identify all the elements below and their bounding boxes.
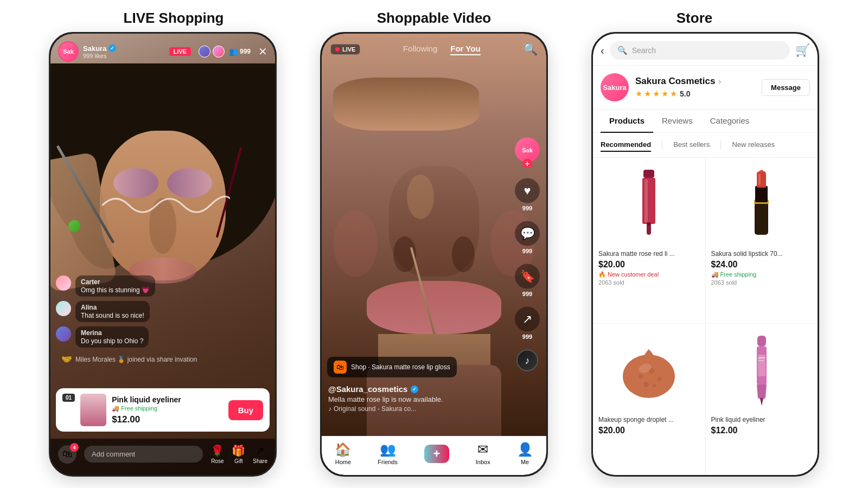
friends-nav[interactable]: 👥 Friends <box>378 442 398 465</box>
product-price-1: $20.00 <box>598 260 700 269</box>
home-nav[interactable]: 🏠 Home <box>335 442 351 465</box>
svg-point-15 <box>643 382 649 387</box>
video-top-bar: LIVE Following For You 🔍 <box>322 34 546 61</box>
for-you-tab[interactable]: For You <box>450 44 480 55</box>
product-price-2: $24.00 <box>711 260 813 269</box>
chat-message-3: Merina Do you ship to Ohio ? <box>56 326 270 348</box>
mini-avatar-1 <box>199 46 210 57</box>
close-button[interactable]: ✕ <box>258 45 267 58</box>
svg-rect-1 <box>642 178 655 224</box>
reviews-tab[interactable]: Reviews <box>653 110 701 133</box>
live-likes-count: 999 likes <box>83 53 116 59</box>
system-message: 🤝 Miles Morales 🥇 joined via share invat… <box>56 352 270 367</box>
cart-icon[interactable]: 🛒 <box>795 43 810 57</box>
svg-rect-2 <box>644 179 648 222</box>
best-sellers-filter[interactable]: Best sellers <box>673 138 710 152</box>
product-name: Pink liquid eyeliner <box>112 395 223 404</box>
comment-action[interactable]: 💬 999 <box>515 221 540 254</box>
store-phone: ‹ 🔍 Search 🛒 Sakura Sakura Cosmetics <box>591 32 819 477</box>
product-name-1: Sakura matte rose red li ... <box>598 250 700 258</box>
tiktok-sound[interactable]: ♪ <box>516 350 538 371</box>
video-right-actions: Sak + ♥ 999 💬 999 🔖 99 <box>515 138 540 371</box>
share-action[interactable]: ↗ 999 <box>515 307 540 340</box>
shoppable-video-title: Shoppable Video <box>304 10 564 27</box>
following-tab[interactable]: Following <box>403 44 437 55</box>
product-price-3: $20.00 <box>598 426 700 435</box>
creator-verified-icon: ✓ <box>411 386 418 393</box>
bookmark-action[interactable]: 🔖 999 <box>515 264 540 297</box>
sound-info: ♪ Original sound - Sakura co... <box>328 405 508 413</box>
store-stars: ★ ★ ★ ★ ★ 5.0 <box>635 89 721 99</box>
me-nav[interactable]: 👤 Me <box>517 442 533 465</box>
products-tab[interactable]: Products <box>601 110 653 133</box>
live-username: Sakura ✓ <box>83 44 116 53</box>
creator-follow[interactable]: Sak + <box>515 138 540 169</box>
store-filters: Recommended Best sellers New releases <box>593 133 818 158</box>
creator-name[interactable]: @Sakura_cosmetics ✓ <box>328 384 508 394</box>
chat-message-1: Carter Omg this is stunning 💗 <box>56 275 270 297</box>
create-nav[interactable]: + <box>424 445 449 463</box>
chat-avatar-1 <box>56 275 71 291</box>
product-image-3 <box>598 330 700 412</box>
store-name[interactable]: Sakura Cosmetics <box>635 76 715 87</box>
search-bar[interactable]: 🔍 Search <box>610 41 790 60</box>
live-viewer-icons <box>199 46 225 57</box>
svg-rect-8 <box>757 172 766 188</box>
product-item-4[interactable]: Pink liquid eyeliner $12.00 <box>706 324 818 475</box>
product-price-4: $12.00 <box>711 426 813 435</box>
search-placeholder: Search <box>632 46 656 55</box>
chat-avatar-3 <box>56 326 71 342</box>
live-badge: LIVE <box>169 47 191 56</box>
mini-avatar-2 <box>213 46 225 57</box>
back-button[interactable]: ‹ <box>601 44 604 57</box>
video-search-icon[interactable]: 🔍 <box>523 42 538 56</box>
svg-rect-10 <box>758 174 761 185</box>
svg-rect-21 <box>758 357 765 358</box>
shop-banner[interactable]: 🛍 Shop · Sakura matte rose lip gloss <box>327 357 457 377</box>
new-releases-filter[interactable]: New releases <box>732 138 775 152</box>
shipping-badge: 🚚Free shipping <box>112 405 223 412</box>
svg-rect-18 <box>757 336 766 346</box>
svg-point-12 <box>639 374 643 378</box>
product-item-1[interactable]: Sakura matte rose red li ... $20.00 🔥New… <box>593 158 705 324</box>
recommended-filter[interactable]: Recommended <box>601 138 651 152</box>
chat-message-2: Alina That sound is so nice! <box>56 301 270 322</box>
svg-rect-7 <box>755 186 768 202</box>
product-grid: Sakura matte rose red li ... $20.00 🔥New… <box>593 158 818 476</box>
live-shopping-phone: Sak Sakura ✓ 999 likes LIVE <box>49 32 277 477</box>
product-number: 01 <box>62 394 75 402</box>
product-item-3[interactable]: Makeup sponge droplet ... $20.00 <box>593 324 705 475</box>
buy-button[interactable]: Buy <box>228 400 263 420</box>
inbox-nav[interactable]: ✉ Inbox <box>476 442 490 465</box>
product-name-3: Makeup sponge droplet ... <box>598 416 700 423</box>
store-chevron-icon: › <box>718 77 721 86</box>
live-bottom-bar: 🛍 4 Add comment 🌹 Rose 🎁 Gift <box>50 439 275 475</box>
rose-action[interactable]: 🌹 Rose <box>210 444 224 464</box>
product-name-4: Pink liquid eyeliner <box>711 416 813 423</box>
svg-rect-5 <box>755 202 768 235</box>
svg-marker-9 <box>757 170 766 172</box>
creator-desc: Mella matte rose lip is now available. <box>328 395 508 403</box>
comment-input[interactable]: Add comment <box>84 446 203 463</box>
categories-tab[interactable]: Categories <box>701 110 758 133</box>
gift-action[interactable]: 🎁 Gift <box>232 444 245 464</box>
shop-bag-icon[interactable]: 🛍 4 <box>58 445 76 464</box>
store-top-bar: ‹ 🔍 Search 🛒 <box>593 34 818 66</box>
bag-count: 4 <box>70 443 79 452</box>
product-name-2: Sakura solid lipstick 70... <box>711 250 813 258</box>
product-price: $12.00 <box>112 414 223 425</box>
store-tabs: Products Reviews Categories <box>593 110 818 133</box>
filter-divider <box>662 140 662 149</box>
svg-rect-22 <box>758 360 764 361</box>
product-badge-1: 🔥New customer deal <box>598 271 700 278</box>
share-action[interactable]: ↗ Share <box>253 444 267 464</box>
svg-point-16 <box>653 384 656 387</box>
like-action[interactable]: ♥ 999 <box>515 178 540 211</box>
store-title: Store <box>564 10 825 27</box>
product-item-2[interactable]: Sakura solid lipstick 70... $24.00 🚚Free… <box>706 158 818 324</box>
follow-plus: + <box>522 159 532 169</box>
live-user-avatar: Sak <box>58 41 79 62</box>
product-badge-2: 🚚Free shipping <box>711 271 813 278</box>
message-button[interactable]: Message <box>762 79 810 96</box>
viewer-count: 👥 999 <box>229 47 251 56</box>
